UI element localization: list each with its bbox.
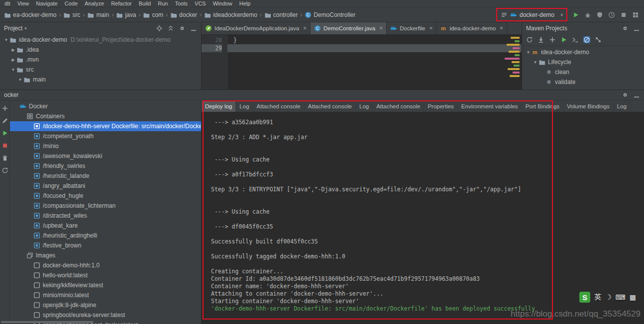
docker-image-item-minio-minio-latest[interactable]: minio/minio:latest [10, 290, 201, 300]
settings-icon[interactable] [622, 91, 629, 98]
console-tab-properties-6[interactable]: Properties [424, 100, 457, 112]
editor-tab-democontroller-java[interactable]: CDemoController.java× [311, 22, 387, 34]
menu-item-view[interactable]: View [14, 0, 33, 7]
download-sources-icon[interactable] [537, 36, 544, 43]
tree-toggle-icon[interactable]: ▼ [525, 50, 532, 55]
coverage-icon[interactable] [596, 11, 603, 18]
maven-tree-item-clean[interactable]: clean [522, 67, 644, 77]
breadcrumb-item-java[interactable]: java [116, 11, 136, 18]
console-tab-log-4[interactable]: Log [356, 100, 373, 112]
docker-container-item-minio[interactable]: /minio [10, 141, 201, 151]
project-tree-item-idea[interactable]: ▶.idea [0, 45, 201, 55]
console-tab-deploy-log-0[interactable]: Deploy log [202, 100, 236, 112]
dependencies-icon[interactable] [595, 36, 602, 43]
breadcrumb-item-ea-docker-demo[interactable]: ea-docker-demo [4, 11, 56, 18]
docker-container-item-compassionate-lichterman[interactable]: /compassionate_lichterman [10, 201, 201, 211]
docker-container-item-heuristic-ardinghelli[interactable]: /heuristic_ardinghelli [10, 231, 201, 241]
breadcrumb-item-src[interactable]: src [63, 11, 80, 18]
docker-container-item-upbeat-kare[interactable]: /upbeat_kare [10, 221, 201, 231]
tree-toggle-icon[interactable]: ▶ [10, 48, 16, 52]
breadcrumb-item-democontroller[interactable]: CDemoController [305, 11, 355, 18]
breadcrumb-item-com[interactable]: com [143, 11, 163, 18]
docker-image-item-openjdk-8-jdk-alpine[interactable]: openjdk:8-jdk-alpine [10, 300, 201, 310]
skip-tests-icon[interactable] [583, 36, 590, 43]
chevron-down-icon[interactable]: ▾ [24, 26, 27, 31]
docker-container-item-friendly-swirles[interactable]: /friendly_swirles [10, 161, 201, 171]
editor-tab-idea-docker-demo[interactable]: midea-docker-demo× [436, 22, 507, 34]
ime-toolbox-icon[interactable]: ▦ [630, 293, 636, 301]
edit-icon[interactable] [1, 117, 8, 124]
console-tab-log-10[interactable]: Log [614, 100, 631, 112]
horizontal-scrollbar[interactable] [1, 321, 94, 323]
debug-icon[interactable] [584, 11, 591, 18]
plus-icon[interactable] [549, 36, 556, 43]
docker-image-item-hello-world-latest[interactable]: hello-world:latest [10, 270, 201, 280]
close-tab-icon[interactable]: × [303, 25, 307, 32]
settings-icon[interactable] [179, 25, 186, 32]
docker-container-item-focused-hugle[interactable]: /focused_hugle [10, 191, 201, 201]
tree-toggle-icon[interactable]: ▶ [10, 58, 16, 62]
settings-icon[interactable] [622, 25, 629, 32]
editor-tab-ideadockerdemoapplication-java[interactable]: IdeaDockerDemoApplication.java× [202, 22, 311, 34]
console-tab-port-bindings-8[interactable]: Port Bindings [522, 100, 563, 112]
hide-panel-icon[interactable] [190, 25, 197, 32]
menu-item-tools[interactable]: Tools [171, 0, 191, 7]
docker-tree-item-docker[interactable]: Docker [10, 101, 201, 111]
console-tab-volume-bindings-9[interactable]: Volume Bindings [563, 100, 614, 112]
maven-tree-item-lifecycle[interactable]: ▼Lifecycle [522, 57, 644, 67]
sogou-logo[interactable]: S [579, 292, 590, 303]
hide-panel-icon[interactable] [633, 91, 640, 98]
code-area[interactable]: } [227, 35, 522, 89]
breadcrumb-item-docker[interactable]: docker [170, 11, 197, 18]
console-tab-attached-console-2[interactable]: Attached console [253, 100, 305, 112]
editor-body[interactable]: 2829 } [202, 35, 522, 89]
menu-item-run[interactable]: Run [154, 0, 171, 7]
run-icon[interactable] [560, 36, 567, 43]
docker-container-item-docker-demo-hhh-server-dockerfile-src-main-docker-dockerfil[interactable]: /docker-demo-hhh-server Dockerfile: src/… [10, 121, 201, 131]
docker-container-item-awesome-kowalevski[interactable]: /awesome_kowalevski [10, 151, 201, 161]
menu-item-dit[interactable]: dit [1, 0, 14, 7]
docker-tree-item-containers[interactable]: Containers [10, 111, 201, 121]
trash-icon[interactable] [1, 155, 8, 162]
layout-icon[interactable] [632, 11, 639, 18]
plus-icon[interactable] [1, 105, 8, 112]
profiler-icon[interactable] [608, 11, 615, 18]
menu-item-code[interactable]: Code [61, 0, 81, 7]
console-tab-log-1[interactable]: Log [236, 100, 253, 112]
tree-toggle-icon[interactable]: ▼ [17, 78, 23, 82]
run-config-combo[interactable]: docker-demo▾ [498, 9, 565, 20]
docker-container-item-festive-brown[interactable]: /festive_brown [10, 241, 201, 250]
docker-container-item-heuristic-lalande[interactable]: /heuristic_lalande [10, 171, 201, 181]
close-tab-icon[interactable]: × [429, 25, 432, 32]
docker-container-item-angry-albattani[interactable]: /angry_albattani [10, 181, 201, 191]
docker-container-item-competent-yonath[interactable]: /competent_yonath [10, 131, 201, 141]
tree-toggle-icon[interactable]: ▼ [3, 38, 9, 42]
docker-image-item-springboot-eureka-server-latest[interactable]: springboot/eureka-server:latest [10, 310, 201, 320]
console-tab-attached-console-3[interactable]: Attached console [305, 100, 356, 112]
chevron-down-icon[interactable]: ▾ [560, 12, 563, 17]
project-panel-title[interactable]: Project [4, 25, 22, 32]
breadcrumb-item-ideadockerdemo[interactable]: ideadockerdemo [204, 11, 257, 18]
menu-item-help[interactable]: Help [236, 0, 254, 7]
collapse-all-icon[interactable] [167, 25, 174, 32]
console-tab-environment-variables-7[interactable]: Environment variables [458, 100, 522, 112]
docker-container-item-distracted-wiles[interactable]: /distracted_wiles [10, 211, 201, 221]
close-tab-icon[interactable]: × [379, 25, 383, 32]
menu-item-window[interactable]: Window [210, 0, 236, 7]
project-tree-item-mvn[interactable]: ▶.mvn [0, 55, 201, 65]
project-tree-item-src[interactable]: ▼src [0, 65, 201, 75]
docker-image-item-docker-demo-hhh-1-0[interactable]: docker-demo-hhh:1.0 [10, 260, 201, 270]
project-root-item[interactable]: ▼idea-docker-demoD:\xinkerui_Project\ide… [0, 35, 201, 45]
refresh-icon[interactable] [526, 36, 533, 43]
stop-red-icon[interactable] [1, 142, 8, 149]
run-icon[interactable] [572, 11, 579, 18]
docker-image-item-keking-kkfileview-latest[interactable]: keking/kkfileview:latest [10, 280, 201, 290]
menu-item-analyze[interactable]: Analyze [81, 0, 107, 7]
editor-scrollbar-stripe[interactable] [499, 35, 522, 89]
menu-item-vcs[interactable]: VCS [191, 0, 210, 7]
ime-keyboard-icon[interactable]: ⌨ [616, 293, 626, 301]
stop-icon[interactable] [620, 11, 627, 18]
ime-moon-icon[interactable]: ☽ [605, 293, 612, 301]
locate-icon[interactable] [156, 25, 163, 32]
start-icon[interactable] [1, 130, 8, 137]
